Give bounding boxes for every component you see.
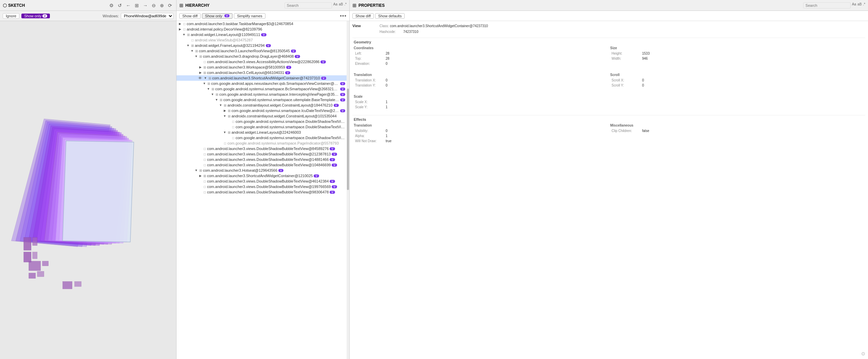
tree-row[interactable]: □ com.google.android.systemui.smartspace… <box>177 124 347 130</box>
sketch-icon-refresh[interactable]: ⟳ <box>167 2 173 9</box>
tree-row[interactable]: ▶ ⊞ com.google.android.systemui.smartspa… <box>177 108 347 113</box>
tree-toggle[interactable]: ▼ <box>210 93 215 96</box>
tree-row[interactable]: ▶ ⊞ com.android.launcher3.Workspace@5810… <box>177 64 347 70</box>
tree-toggle[interactable]: ▼ <box>190 49 194 53</box>
tree-row[interactable]: □ com.android.launcher3.views.DoubleShad… <box>177 151 347 157</box>
sketch-title: SKETCH <box>8 3 25 8</box>
corner-icon[interactable]: ⊙ <box>861 351 865 356</box>
tree-node-icon: ⊞ <box>215 93 219 96</box>
properties-search-input[interactable] <box>803 2 851 8</box>
props-search-case-icon[interactable]: aB <box>857 2 862 8</box>
sketch-icon-zoom-in[interactable]: ⊕ <box>159 2 165 9</box>
show-only-hier-button[interactable]: Show only V <box>202 13 233 19</box>
sketch-icon-history[interactable]: ↺ <box>116 2 123 9</box>
tree-v-badge: V <box>340 88 345 91</box>
show-only-button[interactable]: Show only V <box>21 14 50 18</box>
tree-row[interactable]: □ com.android.launcher3.views.DoubleShad… <box>177 189 347 195</box>
tree-toggle[interactable]: ▶ <box>198 174 202 177</box>
tree-row[interactable]: □ com.android.launcher3.views.DoubleShad… <box>177 157 347 162</box>
tree-row[interactable]: ▼ ⊞ com.google.android.systemui.smartspa… <box>177 92 347 97</box>
windows-select[interactable]: PhoneWindow@ad699de <box>121 13 173 19</box>
search-regex-icon[interactable]: .* <box>344 2 347 8</box>
tree-row[interactable]: ▼ ⊞ android.widget.FrameLayout@321194294… <box>177 43 347 48</box>
tree-node-icon: ⊞ <box>202 71 207 75</box>
tree-row[interactable]: ▶ ⊞ com.android.launcher3.CellLayout@661… <box>177 70 347 75</box>
tree-row[interactable]: □ com.android.launcher3.views.DoubleShad… <box>177 146 347 151</box>
tree-toggle[interactable]: ▶ <box>198 71 202 74</box>
tree-row[interactable]: ▶ ⊞ com.android.launcher3.ShortcutAndWid… <box>177 173 347 178</box>
tree-v-badge: V <box>320 60 326 63</box>
sketch-icon-arrow-right[interactable]: → <box>142 2 149 9</box>
tree-node-text: android.widget.LinearLayout@110949111 <box>191 33 260 37</box>
tree-toggle[interactable]: ▼ <box>194 55 198 58</box>
sketch-icon-settings[interactable]: ⚙ <box>108 2 115 9</box>
hierarchy-scrollbar-thumb[interactable] <box>347 89 349 190</box>
sketch-icon-zoom-out[interactable]: ⊖ <box>150 2 157 9</box>
tree-row[interactable]: □ com.android.launcher3.views.Accessibil… <box>177 59 347 64</box>
tree-row[interactable]: □ com.android.launcher3.views.DoubleShad… <box>177 178 347 184</box>
props-search-regex-icon[interactable]: .* <box>863 2 865 8</box>
tree-row[interactable]: ▼ ⊞ com.android.launcher3.Hotseat@129643… <box>177 168 347 173</box>
tree-row-selected[interactable]: 👁 ▼ ⊞ com.android.launcher3.ShortcutAndW… <box>177 75 347 81</box>
hierarchy-search-input[interactable] <box>284 2 332 8</box>
tree-toggle[interactable]: ▼ <box>202 82 206 85</box>
show-only-hier-label: Show only <box>205 14 222 18</box>
tree-toggle[interactable]: ▼ <box>206 87 210 91</box>
tree-node-text: com.android.launcher3.views.DoubleShadow… <box>207 190 329 194</box>
tree-row[interactable]: ▼ ⊞ com.android.launcher3.dragndrop.Drag… <box>177 54 347 59</box>
tree-row[interactable]: ▼ ⊞ android.widget.LinearLayout@22424600… <box>177 130 347 135</box>
tree-node-text: android.widget.LinearLayout@224246003 <box>232 130 301 134</box>
show-diff-props-button[interactable]: Show diff <box>352 13 374 19</box>
effects-title: Effects <box>352 115 865 122</box>
tree-row[interactable]: □ com.google.android.systemui.smartspace… <box>177 135 347 140</box>
tree-toggle[interactable]: ▼ <box>219 103 223 107</box>
tree-node-text: com.android.launcher3.views.DoubleShadow… <box>207 157 329 162</box>
tree-v-badge: V <box>340 98 345 101</box>
tree-toggle[interactable]: ▶ <box>198 65 202 69</box>
tree-node-text: com.android.launcher3.dragndrop.DragLaye… <box>203 54 294 58</box>
tree-toggle[interactable]: ▼ <box>203 76 207 80</box>
hierarchy-scrollbar[interactable] <box>347 21 349 359</box>
sketch-icon-layers[interactable]: ⊞ <box>133 2 140 9</box>
tree-row[interactable]: □ android.view.ViewStub@63475287 <box>177 37 347 43</box>
hierarchy-title: HIERARCHY <box>185 3 209 8</box>
wnd-row: Will Not Draw: true <box>354 138 608 144</box>
tree-row[interactable]: ▼ ⊞ com.android.launcher3.LauncherRootVi… <box>177 48 347 54</box>
properties-panel: ⊞ PROPERTIES Aa aB .* Show diff Show def… <box>350 0 868 359</box>
tree-row[interactable]: ▼ ⊞ androidx.constraintlayout.widget.Con… <box>177 113 347 119</box>
tree-toggle[interactable]: ▼ <box>194 169 198 172</box>
search-case-icon[interactable]: aB <box>339 2 343 8</box>
tree-toggle[interactable]: ▼ <box>186 44 190 47</box>
tree-row[interactable]: ▼ ⊞ com.google.android.systemui.smartspa… <box>177 86 347 92</box>
tree-toggle[interactable]: ▶ <box>178 27 182 31</box>
tree-node-text: com.google.android.systemui.smartspace.I… <box>219 92 339 96</box>
size-subsection: Size Height: 1533 Width: 946 <box>609 45 866 68</box>
tree-toggle[interactable]: ▼ <box>182 33 186 36</box>
show-defaults-button[interactable]: Show defaults <box>375 13 405 19</box>
tree-toggle[interactable]: ▶ <box>223 109 227 112</box>
tree-row[interactable]: ▼ ⊞ androidx.constraintlayout.widget.Con… <box>177 102 347 108</box>
tree-row[interactable]: ▶ □ com.android.launcher3.taskbar.Taskba… <box>177 21 347 26</box>
alpha-label: Alpha: <box>355 134 386 138</box>
sketch-icon-arrow-left[interactable]: ← <box>125 2 132 9</box>
elevation-row: Elevation: 0 <box>354 61 608 66</box>
svg-rect-20 <box>24 252 31 262</box>
tree-toggle[interactable]: ▶ <box>178 22 182 25</box>
elevation-value: 0 <box>386 62 388 65</box>
tree-row[interactable]: □ com.google.android.systemui.smartspace… <box>177 140 347 146</box>
clip-label: Clip Children: <box>612 129 642 133</box>
tree-toggle[interactable]: ▼ <box>215 98 219 101</box>
tree-row[interactable]: ▼ ⊞ com.google.android.systemui.smartspa… <box>177 97 347 102</box>
tree-row[interactable]: ▼ ⊞ com.google.android.apps.nexuslaunche… <box>177 81 347 86</box>
simplify-names-button[interactable]: Simplify names <box>234 13 265 19</box>
tree-row[interactable]: □ com.android.launcher3.views.DoubleShad… <box>177 162 347 168</box>
hierarchy-more-menu[interactable]: ••• <box>340 13 347 19</box>
tree-row[interactable]: ▼ ⊞ android.widget.LinearLayout@11094911… <box>177 32 347 37</box>
tree-row[interactable]: ▶ □ android.internal.policy.DecorView@82… <box>177 26 347 32</box>
ignore-button[interactable]: Ignore <box>3 13 19 19</box>
tree-toggle[interactable]: ▼ <box>223 114 227 118</box>
tree-row[interactable]: □ com.google.android.systemui.smartspace… <box>177 119 347 124</box>
show-diff-button[interactable]: Show diff <box>179 13 201 19</box>
tree-toggle[interactable]: ▼ <box>223 131 227 134</box>
tree-row[interactable]: □ com.android.launcher3.views.DoubleShad… <box>177 184 347 189</box>
